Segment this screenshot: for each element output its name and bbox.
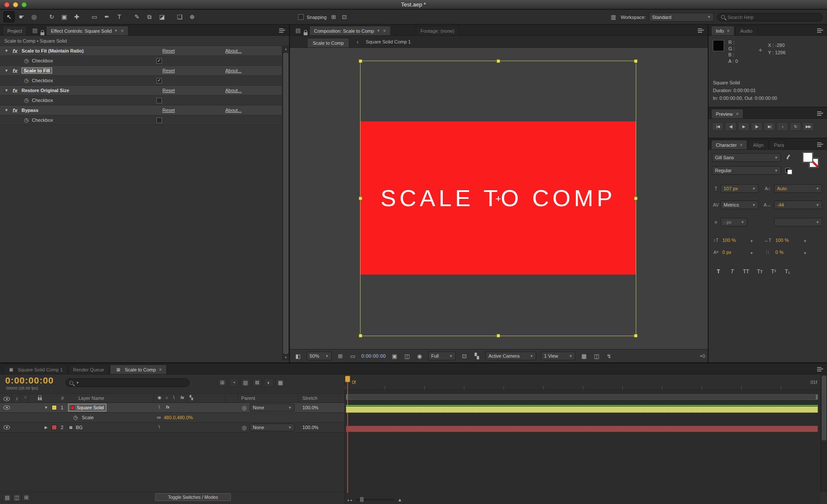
zoom-slider[interactable] [356,499,395,501]
horizontal-scale-value[interactable]: 100 % [775,238,789,243]
tab-square-solid-comp[interactable]: Square Solid Comp 1 [3,365,68,374]
tab-footage[interactable]: Footage: (none) [416,26,459,35]
zoom-window-button[interactable] [22,2,27,7]
first-frame-button[interactable]: |◀ [712,122,724,131]
handle-top-center[interactable] [497,59,500,63]
timeline-search-input[interactable] [82,380,186,385]
all-caps-button[interactable]: TT [741,267,751,276]
handle-bottom-center[interactable] [497,334,500,337]
twirl-down-icon[interactable] [42,405,50,410]
handle-mid-left[interactable] [359,197,362,200]
layer-row-bg[interactable]: 2 BG None ▼ 100.0% [0,423,345,433]
tab-dropdown-icon[interactable]: ▼ [376,29,380,33]
about-button[interactable]: About... [225,48,242,53]
snap-options-icon[interactable] [341,14,348,20]
stopwatch-icon[interactable] [22,97,30,103]
search-options-icon[interactable]: ▼ [76,381,79,385]
scale-value[interactable]: 480.0,480.0% [164,415,193,420]
scrollbar-thumb[interactable] [822,376,826,440]
magnification-dropdown[interactable]: 50% ▼ [307,352,332,360]
timeline-search-field[interactable]: ▼ [65,378,190,387]
tab-character[interactable]: Character × [711,140,747,149]
effect-checkbox[interactable]: ✓ [156,78,162,83]
reset-button[interactable]: Reset [162,48,175,53]
next-frame-button[interactable]: |▶ [751,122,762,131]
layer-bar-bg[interactable] [346,426,818,432]
reset-button[interactable]: Reset [162,88,175,93]
faux-bold-button[interactable]: T [714,267,723,276]
fast-preview-icon[interactable] [605,353,613,359]
effect-controls-scrollbar[interactable]: ▲ ▼ [282,46,289,361]
effect-group-restore-original-size[interactable]: Restore Original Size Reset About... [0,86,282,96]
parent-dropdown[interactable]: None ▼ [250,404,295,411]
previous-frame-button[interactable]: ◀| [725,122,737,131]
roi-icon[interactable] [460,353,468,359]
transparency-grid-icon[interactable] [473,353,481,359]
quality-switch-icon[interactable] [158,424,160,429]
breadcrumb-comp-button[interactable]: Scale to Comp [307,38,349,47]
stroke-style-dropdown[interactable]: ▼ [774,218,822,226]
font-family-dropdown[interactable]: Gill Sans ▼ [712,153,781,162]
reset-button[interactable]: Reset [162,68,175,73]
motion-blur-icon[interactable]: ◐ [264,378,274,387]
lock-icon[interactable] [304,32,308,35]
time-ruler[interactable]: 01f 0f [345,374,821,390]
scale-property-row[interactable]: Scale 480.0,480.0% [0,413,345,423]
panel-menu-icon[interactable] [698,28,704,33]
pen-tool[interactable]: ✒ [101,11,112,22]
stretch-value[interactable]: 100.0% [302,425,318,430]
roto-brush-tool[interactable]: ❑ [174,11,185,22]
brush-tool[interactable]: ✎ [131,11,143,22]
twirl-down-icon[interactable] [3,68,10,73]
tab-paragraph[interactable]: Para [769,140,785,149]
zoom-in-icon[interactable]: ▲ [398,497,402,502]
about-button[interactable]: About... [225,108,242,113]
parent-dropdown[interactable]: None ▼ [250,424,295,431]
column-parent[interactable]: Parent [241,396,255,401]
minimize-window-button[interactable] [13,2,18,7]
camera-dropdown[interactable]: Active Camera ▼ [485,352,536,360]
parent-pickwhip-icon[interactable] [240,405,248,411]
handle-top-left[interactable] [359,59,362,63]
rotation-tool[interactable]: ↻ [46,11,57,22]
loop-button[interactable]: ↻ [790,122,801,131]
effect-checkbox[interactable] [156,117,162,123]
timeline-scrollbar[interactable] [821,374,827,492]
comp-mini-flowchart-icon[interactable]: ⊞ [218,378,227,387]
snapping-checkbox[interactable] [298,14,304,20]
show-channel-icon[interactable] [416,353,423,359]
effect-checkbox[interactable] [156,98,162,103]
handle-bottom-right[interactable] [634,334,637,337]
tab-effect-controls[interactable]: Effect Controls: Square Solid ▼ × [46,26,128,35]
snapshot-icon[interactable] [391,353,398,359]
draft-3d-icon[interactable]: ◔ [229,378,239,387]
leading-dropdown[interactable]: Auto ▼ [774,184,822,193]
toggle-switches-modes-button[interactable]: Toggle Switches / Modes [155,493,231,501]
hand-tool[interactable]: ☛ [16,11,27,22]
faux-italic-button[interactable]: T [728,267,737,276]
clone-stamp-tool[interactable]: ⧉ [144,11,155,22]
fx-switch-icon[interactable] [164,405,171,409]
region-of-interest-icon[interactable] [294,353,302,359]
anchor-point-icon[interactable] [496,196,501,201]
zoom-slider-thumb[interactable] [360,497,364,502]
tab-dropdown-icon[interactable]: ▼ [114,29,118,33]
tab-close-icon[interactable]: × [740,142,743,148]
layer-name-label[interactable]: BG [76,425,83,430]
zoom-out-icon[interactable]: ▲▲ [347,498,353,501]
zoom-tool[interactable]: ◎ [28,11,40,22]
scroll-up-icon[interactable]: ▲ [283,46,289,52]
handle-bottom-left[interactable] [359,334,362,337]
composition-viewer[interactable]: SCALE TO COMP [290,48,708,349]
tab-composition[interactable]: Composition: Scale to Comp ▼ × [309,26,391,35]
selection-tool[interactable]: ↖ [3,11,15,22]
expand-av-panes-icon[interactable]: ▤ [3,493,12,502]
handle-mid-right[interactable] [634,197,637,200]
column-layer-name[interactable]: Layer Name [78,396,104,401]
tab-close-icon[interactable]: × [383,28,386,34]
safe-zones-icon[interactable] [336,353,344,359]
resolution-dropdown[interactable]: Full ▼ [428,352,456,360]
expand-inout-panes-icon[interactable]: ⊞ [22,493,31,502]
tab-close-icon[interactable]: × [121,28,124,34]
fill-color-swatch[interactable] [803,152,813,162]
